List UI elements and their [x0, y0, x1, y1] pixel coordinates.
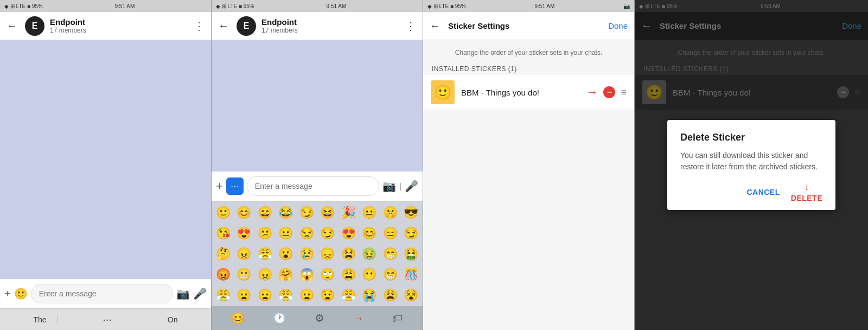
emoji-hmm[interactable]: 🤔	[213, 244, 233, 264]
panel-sticker-settings: ◆ ⊞ LTE ■ 95% 9:51 AM 📷 ← Sticker Settin…	[423, 0, 635, 330]
emoji-sad[interactable]: 😞	[318, 244, 337, 264]
emoji-confeti[interactable]: 🎊	[401, 265, 421, 284]
emoji-angry[interactable]: 😠	[234, 244, 254, 264]
status-time-2: 9:51 AM	[327, 3, 347, 9]
kb-clock-icon[interactable]: 🕐	[273, 312, 286, 325]
emoji-grimace[interactable]: 😬	[234, 265, 254, 284]
emoji-blank[interactable]: 😐	[276, 224, 296, 243]
delete-arrow-icon: ↓	[804, 181, 809, 193]
emoji-laugh[interactable]: 😆	[318, 203, 337, 223]
emoji-s10[interactable]: 😵	[401, 285, 421, 305]
chat-area-1	[0, 40, 211, 279]
sticker-hint: Change the order of your sticker sets in…	[423, 40, 634, 61]
emoji-hug[interactable]: 🤗	[276, 265, 296, 284]
emoji-confu[interactable]: 😕	[255, 224, 275, 243]
emoji-s2[interactable]: 😦	[234, 285, 254, 305]
emoji-cry[interactable]: 😢	[297, 244, 316, 264]
emoji-s8[interactable]: 😭	[360, 285, 379, 305]
sticker-back-btn[interactable]: ←	[430, 20, 441, 32]
chat-header-2: ← E Endpoint 17 members ⋮	[212, 12, 423, 40]
emoji-keyboard-btn[interactable]: ⋯	[226, 177, 244, 195]
status-bar-2: ◆ ⊞ LTE ■ 95% 9:51 AM	[212, 0, 423, 12]
plus-icon-1[interactable]: +	[4, 288, 11, 300]
emoji-grin2[interactable]: 😁	[380, 265, 400, 284]
plus-icon-2[interactable]: +	[216, 179, 223, 193]
emoji-blush[interactable]: 😊	[234, 203, 254, 223]
message-input-1[interactable]	[31, 284, 173, 303]
kb-emoji-icon[interactable]: 😊	[231, 312, 245, 325]
emoji-scream[interactable]: 😱	[297, 265, 316, 284]
autocomplete-dots: ···	[103, 313, 112, 326]
mic-icon-1[interactable]: 🎤	[193, 287, 207, 300]
camera-icon-2[interactable]: 📷	[382, 180, 396, 193]
emoji-rage[interactable]: 😡	[213, 265, 233, 284]
sticker-content: Change the order of your sticker sets in…	[423, 40, 634, 330]
chat-header-1: ← E Endpoint 17 members ⋮	[0, 12, 211, 40]
dialog-cancel-btn[interactable]: CANCEL	[746, 188, 780, 196]
emoji-neutral[interactable]: 😐	[360, 203, 379, 223]
kb-arrow-icon[interactable]: →	[353, 312, 364, 325]
emoji-roll[interactable]: 🙄	[318, 265, 337, 284]
autocomplete-word-on[interactable]: On	[157, 315, 189, 324]
emoji-steam[interactable]: 😤	[255, 244, 275, 264]
emoji-icon-1[interactable]: 🙂	[14, 287, 28, 300]
emoji-s7[interactable]: 😤	[339, 285, 358, 305]
chat-subtitle-1: 17 members	[50, 27, 188, 34]
message-input-2[interactable]	[247, 176, 380, 196]
emoji-silent[interactable]: 😶	[360, 265, 379, 284]
emoji-sick[interactable]: 🤢	[360, 244, 379, 264]
emoji-row-2: 😘 😍 😕 😐 😒 😏 😍 😊 😑 😏	[213, 224, 422, 243]
autocomplete-word-the[interactable]: The	[22, 315, 58, 324]
emoji-mad[interactable]: 😠	[255, 265, 275, 284]
emoji-grn[interactable]: 😁	[380, 244, 400, 264]
emoji-smile[interactable]: 🙂	[213, 203, 233, 223]
sticker-delete-btn[interactable]: −	[603, 86, 615, 98]
emoji-s4[interactable]: 😤	[276, 285, 296, 305]
emoji-s5[interactable]: 😦	[297, 285, 316, 305]
mic-icon-2[interactable]: 🎤	[405, 180, 418, 193]
emoji-s6[interactable]: 😧	[318, 285, 337, 305]
status-time-1: 9:51 AM	[115, 3, 135, 9]
camera-icon-1[interactable]: 📷	[176, 287, 190, 300]
emoji-grin[interactable]: 😄	[255, 203, 275, 223]
back-button-2[interactable]: ←	[218, 20, 229, 32]
emoji-happy[interactable]: 😊	[360, 224, 379, 243]
emoji-row-3: 🤔 😠 😤 😮 😢 😞 😫 🤢 😁 🤮	[213, 244, 422, 264]
emoji-party[interactable]: 🎉	[339, 203, 358, 223]
emoji-s3[interactable]: 😦	[255, 285, 275, 305]
sticker-drag-handle[interactable]: ≡	[621, 87, 627, 98]
emoji-smirk[interactable]: 😏	[297, 203, 316, 223]
emoji-cool[interactable]: 😎	[401, 203, 421, 223]
dialog-delete-label[interactable]: DELETE	[791, 194, 822, 202]
emoji-s1[interactable]: 😤	[213, 285, 233, 305]
sticker-title: Sticker Settings	[448, 21, 603, 30]
emoji-joy[interactable]: 😂	[276, 203, 296, 223]
emoji-weary[interactable]: 😩	[339, 265, 358, 284]
emoji-wow[interactable]: 😮	[276, 244, 296, 264]
emoji-tired[interactable]: 😫	[339, 244, 358, 264]
kb-sticker-icon[interactable]: 🏷	[392, 312, 403, 325]
sticker-header: ← Sticker Settings Done	[423, 12, 634, 40]
menu-button-2[interactable]: ⋮	[405, 20, 416, 33]
status-time-3: 9:51 AM	[535, 3, 555, 9]
dialog-delete-btn[interactable]: ↓ DELETE	[791, 181, 822, 202]
emoji-kiss[interactable]: 😘	[213, 224, 233, 243]
back-button-1[interactable]: ←	[7, 20, 17, 32]
emoji-s9[interactable]: 😩	[380, 285, 400, 305]
emoji-heart2[interactable]: 😍	[339, 224, 358, 243]
emoji-unam[interactable]: 😒	[297, 224, 316, 243]
panel-sticker-delete: ◆ ⊞ LTE ■ 95% 9:53 AM ← Sticker Settings…	[635, 0, 868, 330]
sticker-done-btn[interactable]: Done	[608, 21, 628, 30]
menu-button-1[interactable]: ⋮	[194, 20, 205, 33]
emoji-flat[interactable]: 😑	[380, 224, 400, 243]
chat-title-2: Endpoint	[261, 17, 400, 27]
emoji-heart[interactable]: 😍	[234, 224, 254, 243]
kb-settings-icon[interactable]: ⚙	[315, 312, 324, 325]
emoji-think[interactable]: 😏	[318, 224, 337, 243]
message-bar-1: + 🙂 📷 🎤	[0, 279, 211, 308]
emoji-grn2[interactable]: 🤮	[401, 244, 421, 264]
dialog-title: Delete Sticker	[680, 132, 822, 143]
sticker-actions: → − ≡	[586, 85, 627, 99]
emoji-side[interactable]: 😏	[401, 224, 421, 243]
emoji-exp[interactable]: 🤫	[380, 203, 400, 223]
